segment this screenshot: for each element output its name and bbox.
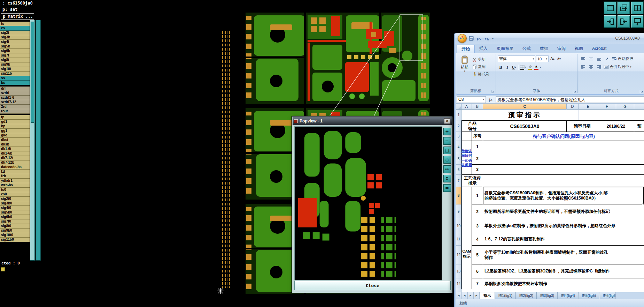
column-header[interactable]: E <box>579 104 598 110</box>
cell-product-label[interactable]: 产品 编号 <box>461 120 483 132</box>
layer-item[interactable]: sig6b0 <box>0 215 30 219</box>
clipboard-dialog-launcher[interactable] <box>491 90 494 93</box>
cell-instruction[interactable]: 1-6、7-12的盲孔按树脂塞孔制作 <box>483 233 644 246</box>
layer-item[interactable]: wzh-bs <box>0 183 30 188</box>
ribbon-tab[interactable]: 插入 <box>475 45 492 53</box>
ribbon-tab[interactable]: 页面布局 <box>492 45 518 53</box>
cut-button[interactable]: 剪切 <box>472 57 489 62</box>
layer-item[interactable]: sig3b0 <box>0 201 30 206</box>
cell[interactable] <box>461 278 472 289</box>
layer-item[interactable]: sig3b <box>0 35 30 40</box>
column-header[interactable]: D <box>567 104 579 110</box>
row-header[interactable]: 10 <box>456 219 461 233</box>
layer-item[interactable]: datecode-bs <box>0 165 30 170</box>
row-header[interactable]: 2 <box>456 120 461 132</box>
layer-item[interactable]: ts0 <box>0 188 30 192</box>
cell-seq[interactable]: 2 <box>472 153 483 165</box>
cell-seq[interactable]: 6 <box>472 264 483 278</box>
cell[interactable] <box>461 246 472 264</box>
layer-item[interactable]: sig5b <box>0 44 30 49</box>
align-left-button[interactable] <box>580 63 587 70</box>
layer-item[interactable]: sig9b <box>0 62 30 67</box>
cell[interactable] <box>461 141 472 153</box>
layer-item[interactable]: rout <box>0 109 30 114</box>
cell-instruction[interactable]: L2层按基铜3OZ、L3层按基铜3OZ制作，其完成铜厚按IPC II级制作 <box>483 264 644 278</box>
cell[interactable] <box>461 219 472 233</box>
layer-item[interactable]: gg1 <box>0 129 30 133</box>
column-header[interactable]: B <box>472 104 483 110</box>
font-size-select[interactable]: 10 ▾ <box>536 55 549 62</box>
layer-item[interactable]: sig10t <box>0 67 30 72</box>
cell-confirm-header[interactable]: 待与客户确认问题(原因与内容) <box>483 132 644 141</box>
column-header[interactable]: A <box>461 104 472 110</box>
column-header[interactable]: F <box>598 104 616 110</box>
layer-item[interactable]: dk1-6t <box>0 147 30 151</box>
layer-item[interactable]: szdrl7-12 <box>0 100 30 105</box>
cam-cascade-windows-button[interactable] <box>617 1 630 14</box>
layer-item[interactable]: bs <box>0 81 30 85</box>
excel-titlebar[interactable]: ▾ CS61500JA0 <box>455 33 644 44</box>
cell[interactable] <box>483 165 644 175</box>
scrollbar-thumb[interactable] <box>31 22 34 123</box>
layer-item[interactable]: fzt <box>0 170 30 174</box>
column-header[interactable]: G <box>616 104 634 110</box>
office-button[interactable] <box>458 34 467 43</box>
align-center-button[interactable] <box>588 63 595 70</box>
popview-tool-button[interactable]: ↕ <box>443 175 451 182</box>
layer-item[interactable]: sig7t0 <box>0 219 30 224</box>
font-color-button[interactable]: A <box>534 65 539 70</box>
row-header[interactable]: 13 <box>456 264 461 278</box>
paste-button[interactable]: 粘贴 ▾ <box>458 55 472 89</box>
cell[interactable] <box>567 110 579 120</box>
row-header[interactable]: 11 <box>456 233 461 246</box>
row-header[interactable]: 3 <box>456 132 461 141</box>
cell-seq[interactable]: 3 <box>472 165 483 175</box>
cell[interactable] <box>461 153 472 165</box>
layer-item[interactable]: sig2t <box>0 31 30 35</box>
cell[interactable] <box>616 110 634 120</box>
sheet-nav-first-button[interactable]: ◄ <box>456 292 462 299</box>
sheet-tab[interactable]: 图4(fig4) <box>558 292 579 299</box>
align-right-button[interactable] <box>596 63 603 70</box>
cell[interactable] <box>461 204 472 219</box>
alignment-dialog-launcher[interactable] <box>640 90 643 93</box>
row-header[interactable]: 1 <box>456 110 461 120</box>
cell[interactable] <box>579 110 598 120</box>
cell-seq[interactable]: 7 <box>472 278 483 289</box>
cell[interactable] <box>461 110 483 120</box>
popview-tool-button[interactable]: ◇ <box>443 156 451 164</box>
sheet-tab[interactable]: 指示 <box>480 292 495 299</box>
layer-item[interactable]: drl <box>0 87 30 91</box>
cell[interactable] <box>461 233 472 246</box>
select-all-corner[interactable] <box>456 104 461 110</box>
cell[interactable] <box>461 264 472 278</box>
name-box[interactable]: C8 ▾ <box>457 96 486 103</box>
layer-item[interactable]: fzb <box>0 174 30 179</box>
sheet-tab[interactable]: 图1(fig1) <box>495 292 516 299</box>
ribbon-tab[interactable]: 视图 <box>570 45 588 53</box>
cell-instruction[interactable]: 小于等于13mil的过孔按树脂塞孔并表面镀铜制作，双面开窗的过孔 制作 <box>483 246 644 264</box>
layer-item[interactable]: dk7-12b <box>0 160 30 165</box>
layer-item[interactable]: ss <box>0 76 30 81</box>
cell-product-value[interactable]: CS61500JA0 <box>483 120 567 132</box>
layer-item[interactable]: cs0 <box>0 192 30 197</box>
orientation-button[interactable] <box>604 55 611 62</box>
layer-item[interactable]: cs <box>0 26 30 31</box>
cell[interactable] <box>461 187 472 204</box>
cell-instruction[interactable]: 拼板完全参考CS61500BA0制作，包括定位孔大小和反光点大小,邮 的桥连位置… <box>483 187 644 204</box>
ribbon-tab[interactable]: 开始 <box>457 45 475 53</box>
row-header[interactable]: 14 <box>456 278 461 289</box>
sheet-nav-last-button[interactable]: ► <box>474 292 480 299</box>
matrix-button[interactable]: p Matrix ... <box>1 13 34 20</box>
popview-tool-button[interactable]: − <box>443 137 451 145</box>
align-middle-button[interactable] <box>588 55 595 62</box>
layer-item[interactable]: dksb <box>0 142 30 147</box>
cam-dock-right-button[interactable] <box>617 15 630 28</box>
fill-color-button[interactable] <box>527 65 533 70</box>
layer-item[interactable]: ydkdr1 <box>0 179 30 183</box>
undo-button[interactable] <box>476 35 482 42</box>
cell-seq[interactable]: 1 <box>472 141 483 153</box>
layer-item[interactable]: gko <box>0 133 30 138</box>
sheet-nav-next-button[interactable]: ► <box>468 292 474 299</box>
cam-minimize-window-button[interactable] <box>631 15 644 28</box>
